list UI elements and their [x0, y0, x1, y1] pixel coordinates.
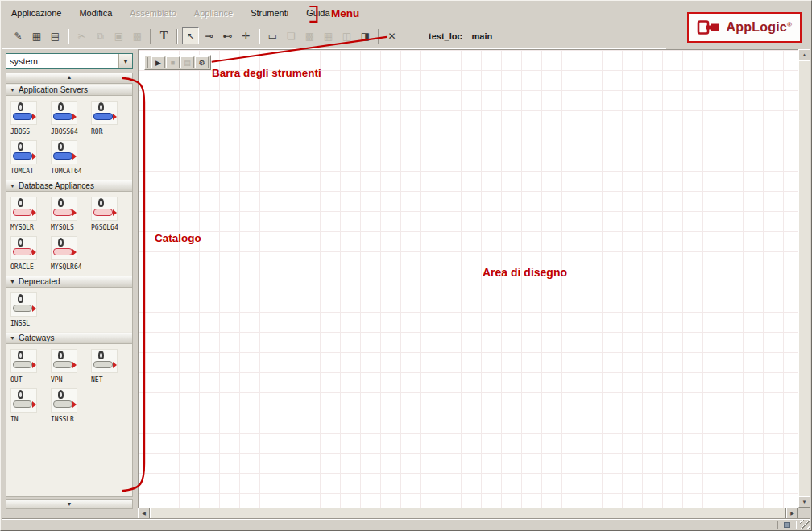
- vscroll-thumb[interactable]: [798, 60, 810, 496]
- appliance-icon: [91, 197, 118, 221]
- connector-tree-icon[interactable]: ⊷: [219, 27, 236, 44]
- design-canvas[interactable]: ▶■▤⚙: [138, 49, 798, 508]
- delete-icon[interactable]: ✕: [383, 27, 400, 44]
- catalog-item-mysqls[interactable]: MYSQLS: [51, 197, 91, 231]
- breadcrumb-branch: main: [472, 31, 493, 41]
- menu-strumenti[interactable]: Strumenti: [242, 5, 297, 21]
- appliance-icon: [51, 101, 77, 125]
- appliance-arrow-icon: [32, 153, 36, 160]
- appliance-arrow-icon: [32, 362, 36, 368]
- chevron-down-icon: ▼: [123, 59, 129, 64]
- resize-grip[interactable]: [800, 520, 810, 529]
- catalog-section-gateways[interactable]: ▼Gateways: [6, 332, 132, 344]
- scroll-right-button[interactable]: ▶: [786, 508, 798, 519]
- copy-icon: ⧉: [92, 27, 109, 44]
- catalog-item-label: IN: [10, 416, 19, 423]
- vscroll-track[interactable]: [798, 60, 810, 496]
- save-icon[interactable]: ▦: [28, 27, 45, 44]
- window-grid-icon: ▦: [320, 27, 337, 44]
- catalog-item-tomcat64[interactable]: TOMCAT64: [51, 140, 91, 175]
- catalog-item-inssl[interactable]: INSSL: [10, 292, 51, 327]
- run-icon[interactable]: ▶: [151, 56, 165, 68]
- appliance-bar-icon: [13, 305, 32, 312]
- scroll-down-button[interactable]: ▼: [798, 496, 810, 508]
- appliance-bar-icon: [13, 113, 32, 120]
- penguin-icon: [19, 240, 22, 245]
- hscroll-track[interactable]: [150, 508, 786, 519]
- triangle-left-icon: ◀: [142, 511, 146, 516]
- print-icon[interactable]: ▤: [47, 27, 64, 44]
- toolbar-grip-icon[interactable]: [147, 57, 149, 68]
- settings-icon[interactable]: ⚙: [195, 56, 209, 68]
- catalog-item-pgsql64[interactable]: PGSQL64: [91, 197, 131, 231]
- appliance-arrow-icon: [113, 209, 117, 216]
- vertical-scrollbar[interactable]: ▲ ▼: [798, 49, 810, 508]
- catalog-item-net[interactable]: NET: [91, 349, 131, 384]
- catalog-item-label: JBOSS64: [51, 128, 78, 135]
- catalog-item-tomcat[interactable]: TOMCAT: [10, 140, 51, 175]
- text-icon[interactable]: T: [155, 27, 172, 44]
- dropdown-button[interactable]: ▼: [118, 54, 132, 68]
- menu-guida[interactable]: Guida: [297, 5, 338, 21]
- connector-icon[interactable]: ⊸: [201, 27, 218, 44]
- catalog-scroll-up[interactable]: ▲: [6, 73, 133, 81]
- catalog-item-label: INSSL: [10, 320, 30, 327]
- catalog-item-label: OUT: [10, 376, 22, 384]
- pencil-icon[interactable]: ✎: [10, 27, 27, 44]
- status-icon: ▤: [180, 56, 194, 68]
- section-title: Deprecated: [19, 277, 60, 286]
- catalog-item-label: PGSQL64: [91, 224, 118, 231]
- menu-applicazione[interactable]: Applicazione: [2, 5, 70, 21]
- catalog-section-application-servers[interactable]: ▼Application Servers: [6, 84, 132, 96]
- catalog-item-jboss64[interactable]: JBOSS64: [51, 101, 91, 135]
- triangle-up-icon: ▲: [802, 52, 807, 57]
- appliance-bar-icon: [53, 152, 72, 160]
- catalog-scroll-down[interactable]: ▼: [6, 499, 133, 509]
- status-bar: [2, 519, 810, 529]
- section-items: MYSQLRMYSQLSPGSQL64ORACLEMYSQLR64: [6, 192, 132, 276]
- pointer-icon[interactable]: ↖: [182, 27, 199, 44]
- appliance-arrow-icon: [113, 114, 117, 120]
- appliance-arrow-icon: [72, 249, 77, 255]
- menu-modifica[interactable]: Modifica: [70, 5, 121, 21]
- catalog-item-jboss[interactable]: JBOSS: [10, 101, 51, 135]
- canvas-toolbar: ▶■▤⚙: [144, 55, 211, 70]
- penguin-icon: [19, 144, 22, 149]
- catalog-item-vpn[interactable]: VPN: [51, 349, 91, 384]
- toolbar: ✎▦▤✂⧉▣▩T↖⊸⊷✛▭❏▩▦◫◨✕ test_loc main: [2, 24, 666, 48]
- catalog-item-mysqlr[interactable]: MYSQLR: [10, 197, 51, 231]
- window-shade-icon: ▩: [301, 27, 318, 44]
- appliance-arrow-icon: [72, 153, 77, 160]
- properties-icon[interactable]: ◨: [357, 27, 374, 44]
- move-icon[interactable]: ✛: [238, 27, 255, 44]
- catalog-item-insslr[interactable]: INSSLR: [51, 388, 91, 423]
- appliance-bar-icon: [13, 152, 32, 160]
- appliance-arrow-icon: [32, 401, 36, 408]
- catalog-item-label: MYSQLR64: [51, 263, 82, 271]
- horizontal-scrollbar[interactable]: ◀ ▶: [138, 508, 798, 519]
- catalog-section-database-appliances[interactable]: ▼Database Appliances: [6, 180, 132, 192]
- window-icon: ❏: [283, 27, 300, 44]
- catalog-section-deprecated[interactable]: ▼Deprecated: [6, 276, 132, 288]
- scroll-left-button[interactable]: ◀: [138, 508, 150, 519]
- catalog-item-in[interactable]: IN: [10, 388, 51, 423]
- catalog-item-label: ORACLE: [10, 263, 34, 271]
- applogic-logo: AppLogic®: [687, 12, 802, 43]
- appliance-arrow-icon: [32, 114, 36, 120]
- monitor-icon[interactable]: ▭: [264, 27, 281, 44]
- appliance-arrow-icon: [72, 362, 77, 368]
- appliance-icon: [51, 140, 77, 164]
- scrollbar-corner: [798, 508, 810, 519]
- catalog-item-ror[interactable]: ROR: [91, 101, 131, 135]
- penguin-icon: [60, 392, 62, 397]
- penguin-icon: [100, 105, 102, 110]
- scroll-up-button[interactable]: ▲: [798, 49, 810, 60]
- catalog-selector[interactable]: system ▼: [6, 53, 133, 69]
- catalog-item-label: JBOSS: [10, 128, 30, 135]
- catalog-item-oracle[interactable]: ORACLE: [10, 236, 51, 271]
- catalog-item-out[interactable]: OUT: [10, 349, 51, 384]
- hscroll-thumb[interactable]: [150, 508, 786, 519]
- triangle-down-icon: ▼: [67, 501, 72, 507]
- catalog-item-mysqlr64[interactable]: MYSQLR64: [51, 236, 91, 271]
- appliance-arrow-icon: [32, 305, 36, 312]
